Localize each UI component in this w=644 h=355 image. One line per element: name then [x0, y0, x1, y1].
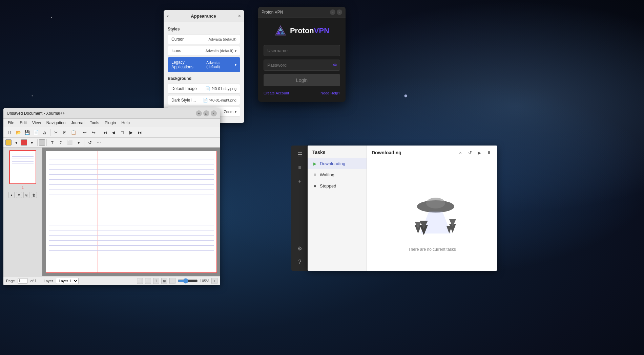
appearance-icons-label: Icons: [171, 48, 181, 53]
xournal-text-tool[interactable]: T: [48, 138, 56, 147]
protonvpn-close-button[interactable]: ×: [337, 9, 342, 15]
xournal-nav-next-button[interactable]: ▶: [127, 128, 135, 136]
protonvpn-minimize-button[interactable]: −: [330, 9, 335, 15]
xournal-rect-tool[interactable]: ⬜: [66, 138, 74, 147]
xournal-color-dropdown[interactable]: ▾: [12, 138, 20, 147]
xournal-page-thumbnail-1[interactable]: [9, 150, 36, 184]
appearance-legacy-apps-chevron: ▾: [235, 63, 236, 67]
xournal-print-button[interactable]: 🖨: [41, 128, 49, 136]
tasks-downloading-label: Downloading: [320, 161, 345, 166]
xournal-canvas[interactable]: [42, 148, 220, 276]
tasks-sidebar-waiting[interactable]: ⏸ Waiting: [308, 169, 367, 180]
tasks-play-button[interactable]: ▶: [476, 149, 483, 156]
xournal-sidebar-down-button[interactable]: ▼: [16, 192, 22, 198]
tasks-empty-illustration: [398, 179, 466, 247]
tasks-close-button[interactable]: ×: [457, 149, 464, 156]
xournal-menu-navigation[interactable]: Navigation: [44, 119, 68, 126]
xournal-cut-button[interactable]: ✂: [52, 128, 60, 136]
xournal-page-of: of 1: [30, 279, 37, 283]
xournal-view-continuous-button[interactable]: ⬜: [145, 278, 151, 284]
manager-add-button[interactable]: +: [294, 175, 306, 187]
appearance-cursor-row[interactable]: Cursor Adwaita (default): [168, 34, 240, 44]
xournal-zoom-in-button[interactable]: +: [211, 278, 217, 284]
protonvpn-links: Create Account Need Help?: [264, 91, 340, 95]
xournal-fullscreen-button[interactable]: ⊞: [161, 278, 167, 284]
protonvpn-password-input[interactable]: [264, 60, 340, 71]
appearance-legacy-apps-row[interactable]: Legacy Applications Adwaita (default) ▾: [168, 57, 240, 72]
tasks-refresh-button[interactable]: ↺: [466, 149, 474, 156]
protonvpn-create-account-link[interactable]: Create Account: [264, 91, 289, 95]
xournal-titlebar: Unsaved Document - Xournal++ − □ ×: [3, 108, 220, 119]
manager-menu-button[interactable]: ☰: [294, 148, 306, 160]
xournal-sidebar-delete-button[interactable]: 🗑: [31, 192, 37, 198]
xournal-menu-plugin[interactable]: Plugin: [102, 119, 118, 126]
xournal-close-button[interactable]: ×: [211, 110, 217, 116]
xournal-undo-button[interactable]: ↩: [81, 128, 89, 136]
manager-hamburger-button[interactable]: ≡: [294, 162, 306, 174]
protonvpn-need-help-link[interactable]: Need Help?: [320, 91, 340, 95]
tasks-sidebar-downloading[interactable]: ▶ Downloading: [308, 158, 367, 169]
appearance-dark-style-value: 📄 f40-01-night.png: [203, 98, 236, 103]
tasks-sidebar-stopped[interactable]: ■ Stopped: [308, 180, 367, 192]
manager-settings-icon: ⚙: [297, 245, 302, 252]
manager-list-icon: ≡: [298, 165, 301, 171]
xournal-color-dropdown2[interactable]: ▾: [28, 138, 36, 147]
xournal-color-yellow[interactable]: [5, 139, 12, 146]
tasks-waiting-pause-icon: ⏸: [312, 173, 317, 177]
xournal-zoom-out-button[interactable]: −: [169, 278, 175, 284]
protonvpn-password-wrap: 👁: [264, 60, 340, 71]
tasks-pause-button[interactable]: ⏸: [485, 149, 493, 156]
xournal-color-red[interactable]: [21, 139, 27, 146]
appearance-back-button[interactable]: ‹: [167, 13, 169, 19]
xournal-statusbar: Page of 1 Layer Layer 1 ⬜ ⬜ 1 ⊞ − 105% +: [3, 276, 220, 285]
appearance-icons-row[interactable]: Icons Adwaita (default) ▾: [168, 46, 240, 56]
xournal-pdf-button[interactable]: 📄: [32, 128, 40, 136]
xournal-zoom-slider[interactable]: [178, 278, 198, 284]
xournal-sidebar-copy-button[interactable]: ⎘: [23, 192, 29, 198]
xournal-open-button[interactable]: 📂: [14, 128, 22, 136]
xournal-minimize-button[interactable]: −: [196, 110, 202, 116]
xournal-view-single-button[interactable]: ⬜: [137, 278, 143, 284]
xournal-paste-button[interactable]: 📋: [69, 128, 78, 136]
xournal-nav-page-button[interactable]: □: [118, 128, 126, 136]
xournal-menu-help[interactable]: Help: [119, 119, 132, 126]
appearance-default-image-row[interactable]: Default Image 📄 f40-01-day.png: [168, 84, 240, 94]
xournal-sidebar-up-button[interactable]: ▲: [8, 192, 15, 198]
xournal-menu-tools[interactable]: Tools: [87, 119, 102, 126]
xournal-menu-journal[interactable]: Journal: [69, 119, 87, 126]
xournal-sigma-tool[interactable]: Σ: [57, 138, 65, 147]
xournal-menu-file[interactable]: File: [5, 119, 17, 126]
xournal-menu-view[interactable]: View: [30, 119, 43, 126]
xournal-save-button[interactable]: 💾: [23, 128, 31, 136]
appearance-dark-style-row[interactable]: Dark Style I... 📄 f40-01-night.png: [168, 95, 240, 105]
xournal-redo-button[interactable]: ↪: [89, 128, 98, 136]
xournal-more-tool[interactable]: ▾: [75, 138, 83, 147]
manager-menu-icon: ☰: [297, 151, 302, 158]
protonvpn-username-input[interactable]: [264, 45, 340, 56]
xournal-maximize-button[interactable]: □: [203, 110, 209, 116]
xournal-status-left: Page of 1 Layer Layer 1: [6, 278, 79, 284]
toolbar-separator-3: [99, 129, 99, 136]
xournal-layer-select[interactable]: Layer 1: [56, 278, 79, 284]
xournal-menu-edit[interactable]: Edit: [17, 119, 29, 126]
xournal-nav-last-button[interactable]: ⏭: [136, 128, 144, 136]
xournal-image-tool[interactable]: [39, 139, 45, 146]
manager-bar: ☰ ≡ + ⚙ ?: [291, 146, 308, 271]
xournal-copy-button[interactable]: ⎘: [61, 128, 69, 136]
xournal-refresh-button[interactable]: ↺: [86, 138, 94, 147]
password-visibility-icon[interactable]: 👁: [333, 63, 337, 68]
xournal-nav-prev-button[interactable]: ◀: [109, 128, 118, 136]
xournal-nav-first-button[interactable]: ⏮: [101, 128, 109, 136]
xournal-page-area: [46, 151, 217, 273]
tasks-download-play-icon: ▶: [312, 161, 317, 166]
appearance-default-image-label: Default Image: [171, 86, 197, 91]
tasks-stopped-icon: ■: [312, 184, 317, 188]
xournal-view-page-button[interactable]: 1: [153, 278, 159, 284]
xournal-new-button[interactable]: 🗋: [5, 128, 14, 136]
xournal-more2-button[interactable]: ⋯: [95, 138, 103, 147]
manager-help-button[interactable]: ?: [294, 256, 306, 268]
manager-settings-button[interactable]: ⚙: [294, 242, 306, 254]
xournal-page-number-input[interactable]: [18, 278, 28, 284]
protonvpn-login-button[interactable]: Login: [264, 74, 340, 86]
appearance-close-button[interactable]: ×: [238, 13, 241, 19]
